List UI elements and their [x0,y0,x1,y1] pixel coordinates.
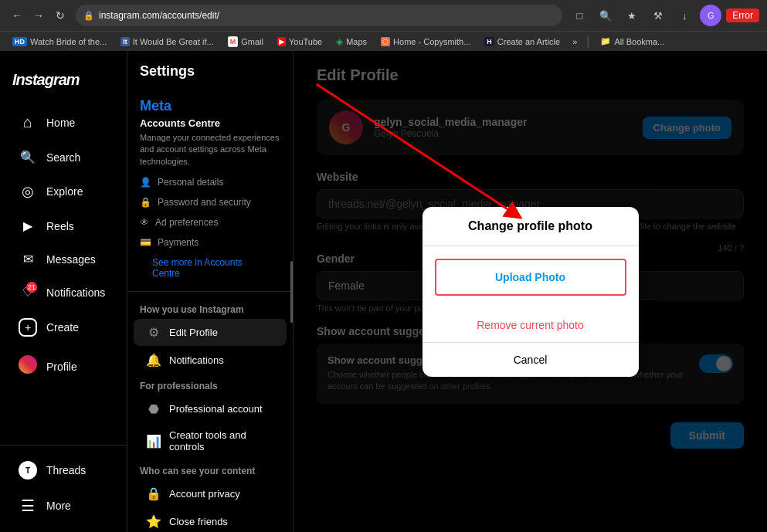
sidebar-item-home[interactable]: ⌂ Home [6,106,120,139]
main-content: Edit Profile G gelyn_social_media_manage… [294,51,767,532]
ad-preferences-label: Ad preferences [155,217,218,228]
meta-logo: Meta [140,98,280,114]
sidebar-home-label: Home [46,117,75,129]
ig-logo: Instagram [0,59,127,104]
bookmark-watch[interactable]: HD Watch Bride of the... [8,36,111,48]
account-privacy-icon: 🔒 [146,486,161,501]
close-friends-label: Close friends [169,516,228,527]
ad-preferences-link[interactable]: 👁 Ad preferences [140,214,280,231]
bookmark-star-button[interactable]: ★ [621,5,643,26]
bookmark-gmail[interactable]: M Gmail [223,35,268,49]
payments-label: Payments [158,237,199,248]
sidebar-item-profile[interactable]: Profile [6,347,120,385]
creator-tools-icon: 📊 [146,434,161,449]
password-security-link[interactable]: 🔒 Password and security [140,194,280,211]
security-icon: 🔒 [83,11,94,21]
bookmark-separator: | [586,35,589,49]
edit-profile-nav-icon: ⚙ [146,325,161,340]
bookmark-gmail-badge: M [228,36,239,47]
personal-details-icon: 👤 [140,177,151,188]
more-icon: ☰ [19,496,37,515]
how-you-use-label: How you use Instagram [127,298,293,318]
settings-nav-edit-profile[interactable]: ⚙ Edit Profile [134,319,287,346]
meta-description: Manage your connected experiences and ac… [140,132,280,168]
cancel-button[interactable]: Cancel [423,343,639,377]
ad-icon: 👁 [140,217,149,228]
bookmark-gmail-label: Gmail [241,37,263,46]
zoom-button[interactable]: 🔍 [595,5,616,26]
settings-title: Settings [127,51,293,92]
sidebar-item-more[interactable]: ☰ More [6,489,120,523]
payments-link[interactable]: 💳 Payments [140,234,280,251]
bookmark-would[interactable]: It It Would Be Great if... [116,36,218,48]
account-privacy-label: Account privacy [169,488,240,500]
sidebar-item-notifications[interactable]: ♡ 21 Notifications [6,277,120,307]
sidebar-item-search[interactable]: 🔍 Search [6,142,120,172]
sidebar-profile-label: Profile [46,361,77,373]
see-more-link[interactable]: See more in Accounts Centre [140,251,280,285]
browser-nav-buttons: ← → ↻ [8,6,70,25]
sidebar-more-label: More [46,500,71,512]
sidebar-item-threads[interactable]: T Threads [6,453,120,487]
address-bar[interactable]: 🔒 instagram.com/accounts/edit/ [76,5,562,26]
close-friends-icon: ⭐ [146,514,161,529]
download-button[interactable]: ↓ [674,5,695,26]
messages-icon: ✉ [19,252,37,266]
settings-nav-close-friends[interactable]: ⭐ Close friends [134,508,287,532]
notification-badge: 21 [26,282,37,293]
sidebar-item-messages[interactable]: ✉ Messages [6,244,120,274]
bookmark-create-article[interactable]: H Create an Article [480,36,565,48]
notifications-nav-icon: 🔔 [146,353,161,368]
bookmark-yt-badge: ▶ [277,37,286,46]
meta-links: 👤 Personal details 🔒 Password and securi… [140,174,280,251]
bookmark-all[interactable]: 📁 All Bookma... [596,35,669,48]
bookmark-maps[interactable]: ◈ Maps [331,35,372,49]
settings-nav-professional[interactable]: ⬣ Professional account [134,395,287,422]
password-icon: 🔒 [140,197,151,208]
bookmark-hd-badge: HD [12,37,27,46]
browser-profile-button[interactable]: G [700,5,721,26]
bookmark-more-button[interactable]: » [569,37,580,46]
personal-details-link[interactable]: 👤 Personal details [140,174,280,191]
settings-nav-account-privacy[interactable]: 🔒 Account privacy [134,480,287,507]
instagram-app: Instagram ⌂ Home 🔍 Search ◎ Explore ▶ Re… [0,51,767,532]
meta-section: Meta Accounts Centre Manage your connect… [127,92,293,292]
bookmark-h-badge: H [484,37,494,46]
sidebar-item-reels[interactable]: ▶ Reels [6,211,120,241]
professional-label: Professional account [169,403,263,415]
sidebar-create-label: Create [46,321,79,334]
sidebar-messages-label: Messages [46,253,96,266]
bookmark-mb-badge: It [120,37,130,46]
for-professionals-label: For professionals [127,374,293,395]
refresh-button[interactable]: ↻ [51,6,70,25]
remove-photo-button[interactable]: Remove current photo [423,308,639,343]
error-button[interactable]: Error [726,8,759,22]
payments-icon: 💳 [140,237,151,248]
bookmark-would-label: It Would Be Great if... [133,37,214,46]
sidebar-notifications-label: Notifications [46,286,105,299]
settings-nav-creator-tools[interactable]: 📊 Creator tools and controls [134,423,287,459]
professional-icon: ⬣ [146,402,161,416]
create-icon: + [19,318,37,337]
forward-button[interactable]: → [29,6,48,25]
notifications-nav-label: Notifications [169,354,224,366]
change-profile-photo-modal: Change profile photo Upload Photo Remove… [423,207,639,377]
settings-nav-notifications[interactable]: 🔔 Notifications [134,347,287,374]
edit-profile-nav-label: Edit Profile [169,327,218,338]
sidebar-item-explore[interactable]: ◎ Explore [6,175,120,208]
modal-overlay: Change profile photo Upload Photo Remove… [294,51,767,532]
bookmark-copysmith[interactable]: ⬡ Home - Copysmith... [376,36,475,48]
home-icon: ⌂ [19,114,37,131]
upload-photo-button[interactable]: Upload Photo [435,259,626,296]
sidebar-item-create[interactable]: + Create [6,310,120,344]
cast-button[interactable]: □ [568,5,590,26]
who-can-see-label: Who can see your content [127,459,293,479]
url-text: instagram.com/accounts/edit/ [99,10,219,21]
sidebar-bottom: T Threads ☰ More [0,445,127,524]
accounts-centre-label: Accounts Centre [140,117,280,129]
explore-icon: ◎ [19,183,37,200]
bookmark-youtube[interactable]: ▶ YouTube [273,36,327,48]
bookmarks-bar: HD Watch Bride of the... It It Would Be … [0,31,767,51]
extension-button[interactable]: ⚒ [647,5,669,26]
back-button[interactable]: ← [8,6,26,25]
